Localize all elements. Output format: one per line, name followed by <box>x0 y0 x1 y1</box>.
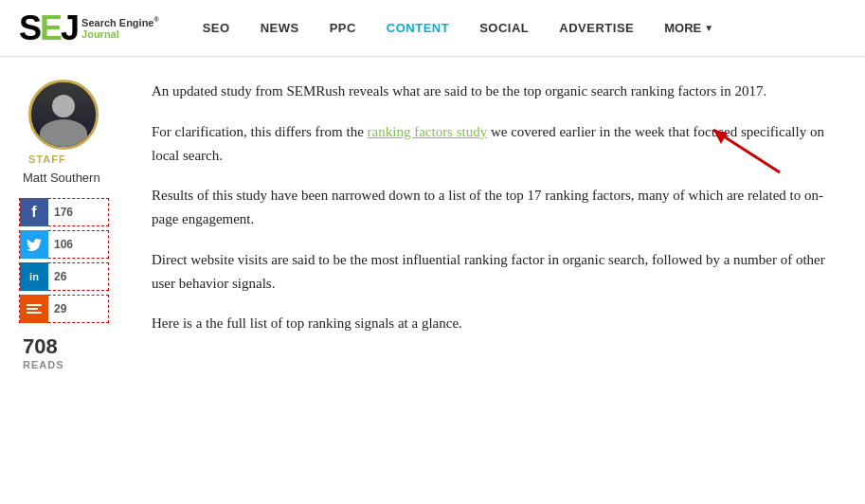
facebook-share-button[interactable]: f 176 <box>19 198 109 226</box>
linkedin-icon: in <box>20 262 48 291</box>
buffer-icon <box>20 295 48 323</box>
content-area: STAFF Matt Southern f 176 106 in 26 <box>0 57 865 389</box>
article-paragraph-3: Results of this study have been narrowed… <box>152 184 846 231</box>
nav-seo[interactable]: SEO <box>188 21 245 35</box>
twitter-count: 106 <box>48 238 73 251</box>
article-paragraph-2-wrapper: For clarification, this differs from the… <box>152 120 846 168</box>
article-paragraph-5: Here is a the full list of top ranking s… <box>152 312 846 335</box>
ranking-factors-link[interactable]: ranking factors study <box>368 124 488 139</box>
article-body: An updated study from SEMRush reveals wh… <box>142 80 846 370</box>
author-photo <box>31 81 96 148</box>
nav-news[interactable]: NEWS <box>245 21 315 35</box>
article-paragraph-1: An updated study from SEMRush reveals wh… <box>152 80 846 103</box>
logo-line1: Search Engine® <box>81 16 159 28</box>
article-paragraph-4: Direct website visits are said to be the… <box>152 248 846 296</box>
nav-more[interactable]: MORE ▼ <box>649 21 729 35</box>
nav-advertise[interactable]: ADVERTISE <box>544 21 649 35</box>
buffer-share-button[interactable]: 29 <box>19 295 109 323</box>
avatar <box>28 80 99 150</box>
author-name: Matt Southern <box>23 171 100 185</box>
facebook-icon: f <box>20 198 48 226</box>
logo-text: Search Engine® Journal <box>81 16 159 40</box>
nav-more-arrow: ▼ <box>704 23 713 33</box>
buffer-line3 <box>27 312 42 314</box>
reads-label: READS <box>23 359 64 370</box>
nav-social[interactable]: SOCIAL <box>464 21 544 35</box>
reads-count: 708 <box>23 334 64 359</box>
twitter-share-button[interactable]: 106 <box>19 230 109 259</box>
article-paragraph-2: For clarification, this differs from the… <box>152 120 846 168</box>
linkedin-share-button[interactable]: in 26 <box>19 262 109 291</box>
facebook-count: 176 <box>48 206 73 219</box>
logo-line2: Journal <box>81 28 159 40</box>
navigation-bar: SEJ Search Engine® Journal SEO NEWS PPC … <box>0 0 865 57</box>
linkedin-count: 26 <box>48 270 66 283</box>
buffer-line1 <box>27 304 42 306</box>
logo-letters: SEJ <box>19 11 78 45</box>
author-sidebar: STAFF Matt Southern f 176 106 in 26 <box>19 80 142 370</box>
buffer-count: 29 <box>48 302 66 315</box>
nav-ppc[interactable]: PPC <box>315 21 371 35</box>
twitter-icon <box>20 230 48 259</box>
reads-area: 708 READS <box>23 334 64 370</box>
buffer-lines-icon <box>27 304 42 314</box>
main-nav: SEO NEWS PPC CONTENT SOCIAL ADVERTISE MO… <box>188 21 729 35</box>
staff-badge: STAFF <box>28 153 66 165</box>
nav-content[interactable]: CONTENT <box>371 21 464 35</box>
buffer-line2 <box>27 308 38 310</box>
site-logo[interactable]: SEJ Search Engine® Journal <box>19 11 159 45</box>
